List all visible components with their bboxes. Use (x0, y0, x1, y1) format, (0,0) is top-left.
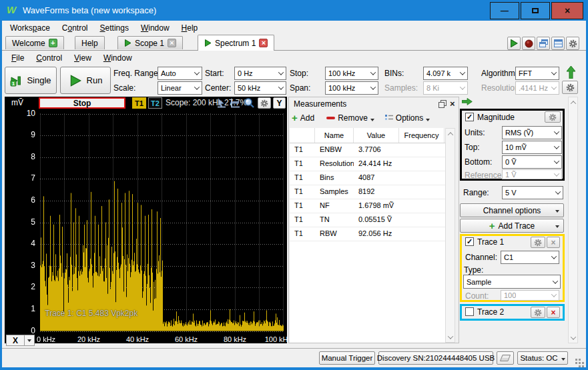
range-combo[interactable]: 5 V (502, 186, 563, 199)
trace1-channel-combo[interactable]: C1 (501, 251, 559, 264)
up-arrow-icon[interactable] (567, 66, 575, 81)
menu-item-settings[interactable]: Settings (94, 22, 135, 34)
trace2-tab[interactable]: T2 (148, 97, 162, 109)
menu-item-help[interactable]: Help (176, 22, 204, 34)
measurement-row-resolution[interactable]: T1Resolution24.414 Hz (290, 157, 445, 171)
trace1-checkbox[interactable]: ✓ (465, 237, 474, 246)
x-axis-button[interactable]: X (6, 335, 25, 346)
column-header-select[interactable] (290, 128, 315, 143)
scroll-down-icon[interactable] (447, 333, 455, 341)
menu-item-window[interactable]: Window (97, 52, 138, 64)
bins-combo[interactable]: 4.097 k (423, 67, 468, 80)
trace2-settings-button[interactable] (531, 307, 545, 318)
magnitude-checkbox[interactable]: ✓ (465, 113, 474, 121)
measurement-row-bins[interactable]: T1Bins4087 (290, 171, 445, 185)
tab-scope-1[interactable]: Scope 1× (117, 36, 183, 49)
device-icon-button[interactable] (497, 351, 514, 365)
measurement-row-tn[interactable]: T1TN0.05515 Ṽ (290, 213, 445, 227)
right-arrow-icon[interactable] (462, 98, 473, 108)
center-combo[interactable]: 50 kHz (234, 81, 286, 95)
cursor-tool-icon[interactable] (217, 98, 227, 110)
menu-item-window[interactable]: Window (135, 22, 176, 34)
start-combo[interactable]: 0 Hz (234, 67, 286, 80)
top-combo[interactable]: 10 mṼ (502, 141, 562, 154)
add-tab-icon[interactable]: + (49, 39, 57, 47)
add-trace-button[interactable]: +Add Trace (460, 219, 564, 233)
measurement-row-enbw[interactable]: T1ENBW3.7706 (290, 143, 445, 157)
close-tab-icon[interactable]: × (259, 39, 268, 47)
tab-help[interactable]: Help (75, 36, 105, 49)
column-header-Frequency[interactable]: Frequency (399, 128, 445, 143)
single-button[interactable]: 1 Single (5, 67, 57, 94)
close-tab-icon[interactable]: × (168, 39, 176, 47)
menu-item-file[interactable]: File (5, 52, 30, 64)
menu-item-control[interactable]: Control (56, 22, 94, 34)
bottom-combo[interactable]: 0 Ṽ (502, 155, 562, 169)
scroll-up-icon[interactable] (569, 98, 577, 107)
tab-welcome[interactable]: Welcome+ (5, 36, 64, 49)
trace1-type-combo[interactable]: Sample (463, 275, 561, 289)
menu-item-control[interactable]: Control (30, 52, 68, 64)
trace1-tab[interactable]: T1 (132, 97, 146, 109)
zoom-tool-icon[interactable] (244, 97, 255, 111)
remove-dropdown-arrow-icon[interactable] (370, 119, 374, 121)
trace1-close-button[interactable]: × (547, 237, 560, 248)
close-button[interactable]: × (551, 2, 583, 19)
measurement-row-nf[interactable]: T1NF1.6798 mṼ (290, 199, 445, 213)
x-axis-dropdown[interactable] (25, 335, 35, 346)
scroll-up-icon[interactable] (447, 129, 455, 138)
menu-item-workspace[interactable]: Workspace (4, 22, 56, 34)
plot-settings-button[interactable] (258, 97, 271, 109)
manual-trigger-button[interactable]: Manual Trigger (319, 351, 375, 365)
spectrum-options-button[interactable] (562, 81, 578, 94)
device-button[interactable]: Discovery SN:210244448405 USB (378, 351, 493, 365)
freq-range-combo[interactable]: Auto (158, 67, 202, 80)
float-panel-icon[interactable] (438, 100, 447, 110)
stop-combo[interactable]: 100 kHz (325, 67, 378, 80)
scale-value: Linear (161, 84, 182, 92)
source-cell: T1 (290, 143, 315, 157)
status-button[interactable]: Status: OC (517, 351, 568, 365)
resize-grip[interactable] (575, 359, 577, 361)
close-panel-icon[interactable]: × (450, 99, 455, 109)
x-tick-label: 20 kHz (69, 335, 109, 343)
trace2-close-button[interactable]: × (547, 307, 560, 318)
y-tick-label: 2 (18, 282, 35, 291)
measure-tool-icon[interactable] (230, 98, 240, 110)
measurement-row-rbw[interactable]: T1RBW92.056 Hz (290, 227, 445, 241)
spectrum-canvas[interactable] (40, 111, 284, 334)
reference-value: 1 Ṽ (505, 171, 517, 179)
settings-button[interactable] (566, 37, 579, 50)
column-header-Value[interactable]: Value (354, 128, 399, 143)
run-button[interactable]: Run (60, 67, 111, 94)
options-dropdown-arrow-icon[interactable] (426, 119, 430, 121)
run-all-button[interactable] (507, 37, 521, 50)
scale-combo[interactable]: Linear (158, 81, 202, 95)
magnitude-settings-button[interactable] (545, 111, 561, 123)
remove-measurement-button[interactable]: Remove (338, 113, 368, 123)
tile-windows-button[interactable] (551, 37, 565, 50)
trace2-checkbox[interactable] (465, 307, 474, 316)
add-measurement-button[interactable]: Add (300, 113, 314, 123)
minimize-button[interactable]: — (490, 2, 519, 19)
algorithm-combo[interactable]: FFT (515, 67, 559, 80)
channel-options-button[interactable]: Channel options (460, 203, 564, 217)
y-axis-button[interactable]: Y (273, 97, 286, 109)
right-panel-scrollbar[interactable] (568, 97, 578, 343)
tile-windows-icon (554, 39, 563, 47)
units-combo[interactable]: RMS (Ṽ) (502, 126, 562, 139)
tab-spectrum-1[interactable]: Spectrum 1× (198, 35, 274, 51)
options-button[interactable]: Options (396, 113, 423, 123)
maximize-button[interactable] (521, 2, 550, 19)
stop-acquisition-button[interactable]: Stop (39, 97, 125, 109)
menu-item-view[interactable]: View (68, 52, 97, 64)
trace1-settings-button[interactable] (531, 237, 545, 248)
column-header-Name[interactable]: Name (315, 128, 354, 143)
cascade-windows-button[interactable] (537, 37, 550, 50)
span-combo[interactable]: 100 kHz (325, 81, 378, 95)
measurements-scrollbar[interactable] (445, 128, 455, 343)
stop-all-button[interactable] (522, 37, 535, 50)
measurement-row-samples[interactable]: T1Samples8192 (290, 185, 445, 199)
scroll-down-icon[interactable] (569, 333, 577, 342)
frequency-cell (399, 171, 445, 185)
